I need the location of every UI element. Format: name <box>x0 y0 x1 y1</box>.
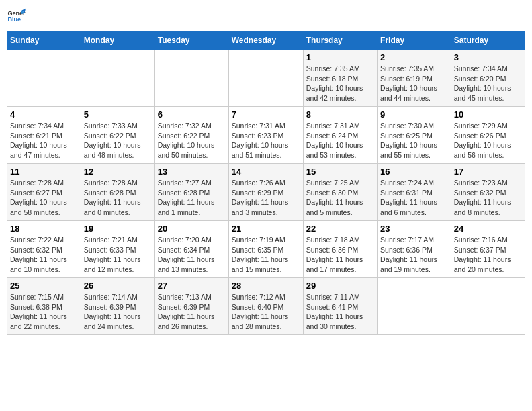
day-info: Sunrise: 7:30 AM Sunset: 6:25 PM Dayligh… <box>380 121 448 161</box>
logo: General Blue <box>7 7 28 26</box>
page-header: General Blue <box>7 7 525 26</box>
day-info: Sunrise: 7:35 AM Sunset: 6:19 PM Dayligh… <box>380 64 448 103</box>
week-row-4: 18Sunrise: 7:22 AM Sunset: 6:32 PM Dayli… <box>7 221 525 278</box>
day-number: 9 <box>380 109 448 120</box>
logo-icon: General Blue <box>7 7 26 26</box>
header-thursday: Thursday <box>303 32 377 50</box>
calendar-cell: 2Sunrise: 7:35 AM Sunset: 6:19 PM Daylig… <box>378 50 451 107</box>
calendar-cell: 24Sunrise: 7:16 AM Sunset: 6:37 PM Dayli… <box>451 221 525 278</box>
calendar-cell: 13Sunrise: 7:27 AM Sunset: 6:28 PM Dayli… <box>154 164 228 221</box>
calendar-cell: 15Sunrise: 7:25 AM Sunset: 6:30 PM Dayli… <box>303 164 377 221</box>
day-info: Sunrise: 7:22 AM Sunset: 6:32 PM Dayligh… <box>10 235 78 275</box>
day-number: 28 <box>232 281 300 291</box>
day-number: 19 <box>84 224 152 234</box>
day-number: 20 <box>158 224 226 234</box>
day-number: 26 <box>84 281 152 291</box>
calendar-cell <box>378 278 451 335</box>
calendar-cell: 19Sunrise: 7:21 AM Sunset: 6:33 PM Dayli… <box>81 221 154 278</box>
header-tuesday: Tuesday <box>154 32 228 50</box>
day-info: Sunrise: 7:19 AM Sunset: 6:35 PM Dayligh… <box>232 235 300 275</box>
day-number: 18 <box>10 224 78 234</box>
calendar-cell: 21Sunrise: 7:19 AM Sunset: 6:35 PM Dayli… <box>228 221 303 278</box>
day-info: Sunrise: 7:31 AM Sunset: 6:23 PM Dayligh… <box>232 121 300 161</box>
day-info: Sunrise: 7:11 AM Sunset: 6:41 PM Dayligh… <box>306 292 374 332</box>
calendar-cell <box>154 50 228 107</box>
day-info: Sunrise: 7:14 AM Sunset: 6:39 PM Dayligh… <box>84 292 152 332</box>
day-number: 14 <box>232 167 300 177</box>
calendar-cell: 6Sunrise: 7:32 AM Sunset: 6:22 PM Daylig… <box>154 107 228 164</box>
day-info: Sunrise: 7:17 AM Sunset: 6:36 PM Dayligh… <box>380 235 448 275</box>
day-number: 6 <box>158 109 226 120</box>
calendar-cell: 4Sunrise: 7:34 AM Sunset: 6:21 PM Daylig… <box>7 107 81 164</box>
day-info: Sunrise: 7:28 AM Sunset: 6:27 PM Dayligh… <box>10 178 78 218</box>
calendar-cell <box>7 50 81 107</box>
day-info: Sunrise: 7:34 AM Sunset: 6:20 PM Dayligh… <box>454 64 522 103</box>
header-wednesday: Wednesday <box>228 32 303 50</box>
day-info: Sunrise: 7:13 AM Sunset: 6:39 PM Dayligh… <box>158 292 226 332</box>
day-number: 23 <box>380 224 448 234</box>
calendar-cell <box>451 278 525 335</box>
calendar-header-row: SundayMondayTuesdayWednesdayThursdayFrid… <box>7 32 525 50</box>
day-info: Sunrise: 7:33 AM Sunset: 6:22 PM Dayligh… <box>84 121 152 161</box>
day-info: Sunrise: 7:18 AM Sunset: 6:36 PM Dayligh… <box>306 235 374 275</box>
day-number: 12 <box>84 167 152 177</box>
day-info: Sunrise: 7:28 AM Sunset: 6:28 PM Dayligh… <box>84 178 152 218</box>
week-row-2: 4Sunrise: 7:34 AM Sunset: 6:21 PM Daylig… <box>7 107 525 164</box>
day-info: Sunrise: 7:21 AM Sunset: 6:33 PM Dayligh… <box>84 235 152 275</box>
week-row-5: 25Sunrise: 7:15 AM Sunset: 6:38 PM Dayli… <box>7 278 525 335</box>
header-saturday: Saturday <box>451 32 525 50</box>
day-number: 24 <box>454 224 522 234</box>
day-number: 5 <box>84 109 152 120</box>
calendar-cell: 12Sunrise: 7:28 AM Sunset: 6:28 PM Dayli… <box>81 164 154 221</box>
day-info: Sunrise: 7:16 AM Sunset: 6:37 PM Dayligh… <box>454 235 522 275</box>
calendar-cell: 1Sunrise: 7:35 AM Sunset: 6:18 PM Daylig… <box>303 50 377 107</box>
day-number: 29 <box>306 281 374 291</box>
day-info: Sunrise: 7:25 AM Sunset: 6:30 PM Dayligh… <box>306 178 374 218</box>
day-info: Sunrise: 7:27 AM Sunset: 6:28 PM Dayligh… <box>158 178 226 218</box>
week-row-1: 1Sunrise: 7:35 AM Sunset: 6:18 PM Daylig… <box>7 50 525 107</box>
day-info: Sunrise: 7:12 AM Sunset: 6:40 PM Dayligh… <box>232 292 300 332</box>
day-number: 7 <box>232 109 300 120</box>
day-number: 17 <box>454 167 522 177</box>
calendar-cell: 5Sunrise: 7:33 AM Sunset: 6:22 PM Daylig… <box>81 107 154 164</box>
calendar-cell: 10Sunrise: 7:29 AM Sunset: 6:26 PM Dayli… <box>451 107 525 164</box>
day-number: 2 <box>380 52 448 62</box>
day-info: Sunrise: 7:35 AM Sunset: 6:18 PM Dayligh… <box>306 64 374 103</box>
day-info: Sunrise: 7:20 AM Sunset: 6:34 PM Dayligh… <box>158 235 226 275</box>
calendar-cell: 14Sunrise: 7:26 AM Sunset: 6:29 PM Dayli… <box>228 164 303 221</box>
calendar-cell: 9Sunrise: 7:30 AM Sunset: 6:25 PM Daylig… <box>378 107 451 164</box>
day-number: 22 <box>306 224 374 234</box>
calendar-cell <box>81 50 154 107</box>
day-info: Sunrise: 7:29 AM Sunset: 6:26 PM Dayligh… <box>454 121 522 161</box>
day-number: 10 <box>454 109 522 120</box>
day-info: Sunrise: 7:24 AM Sunset: 6:31 PM Dayligh… <box>380 178 448 218</box>
day-info: Sunrise: 7:32 AM Sunset: 6:22 PM Dayligh… <box>158 121 226 161</box>
calendar-cell: 17Sunrise: 7:23 AM Sunset: 6:32 PM Dayli… <box>451 164 525 221</box>
calendar-cell: 25Sunrise: 7:15 AM Sunset: 6:38 PM Dayli… <box>7 278 81 335</box>
day-number: 21 <box>232 224 300 234</box>
day-info: Sunrise: 7:31 AM Sunset: 6:24 PM Dayligh… <box>306 121 374 161</box>
day-number: 8 <box>306 109 374 120</box>
day-number: 13 <box>158 167 226 177</box>
calendar-cell: 18Sunrise: 7:22 AM Sunset: 6:32 PM Dayli… <box>7 221 81 278</box>
day-number: 15 <box>306 167 374 177</box>
calendar-cell: 8Sunrise: 7:31 AM Sunset: 6:24 PM Daylig… <box>303 107 377 164</box>
day-info: Sunrise: 7:34 AM Sunset: 6:21 PM Dayligh… <box>10 121 78 161</box>
svg-text:Blue: Blue <box>7 16 21 23</box>
calendar-cell: 11Sunrise: 7:28 AM Sunset: 6:27 PM Dayli… <box>7 164 81 221</box>
day-number: 1 <box>306 52 374 62</box>
header-friday: Friday <box>378 32 451 50</box>
day-number: 25 <box>10 281 78 291</box>
day-number: 3 <box>454 52 522 62</box>
calendar-cell: 3Sunrise: 7:34 AM Sunset: 6:20 PM Daylig… <box>451 50 525 107</box>
calendar-cell: 23Sunrise: 7:17 AM Sunset: 6:36 PM Dayli… <box>378 221 451 278</box>
calendar-cell: 27Sunrise: 7:13 AM Sunset: 6:39 PM Dayli… <box>154 278 228 335</box>
calendar-cell: 28Sunrise: 7:12 AM Sunset: 6:40 PM Dayli… <box>228 278 303 335</box>
day-number: 4 <box>10 109 78 120</box>
day-info: Sunrise: 7:15 AM Sunset: 6:38 PM Dayligh… <box>10 292 78 332</box>
day-info: Sunrise: 7:26 AM Sunset: 6:29 PM Dayligh… <box>232 178 300 218</box>
calendar-cell <box>228 50 303 107</box>
day-number: 27 <box>158 281 226 291</box>
header-monday: Monday <box>81 32 154 50</box>
calendar-cell: 16Sunrise: 7:24 AM Sunset: 6:31 PM Dayli… <box>378 164 451 221</box>
